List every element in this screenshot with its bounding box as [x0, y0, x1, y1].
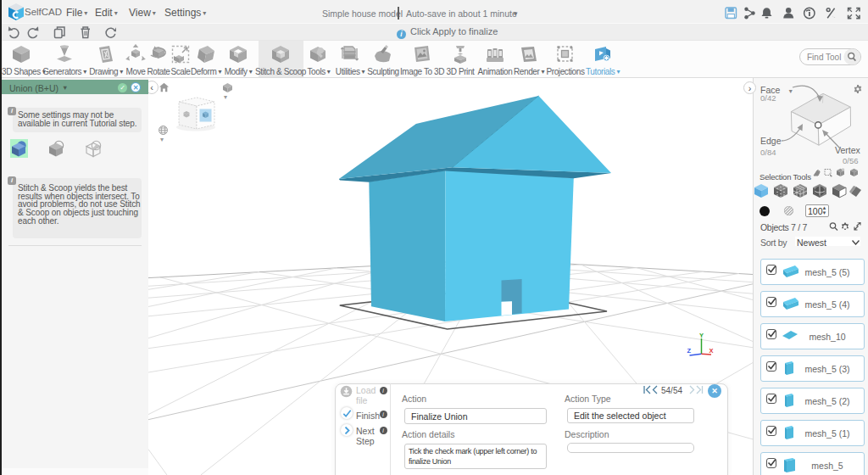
svg-text:X: X — [709, 347, 714, 355]
svg-text:Z: Z — [687, 347, 692, 355]
svg-text:Y: Y — [699, 332, 704, 339]
